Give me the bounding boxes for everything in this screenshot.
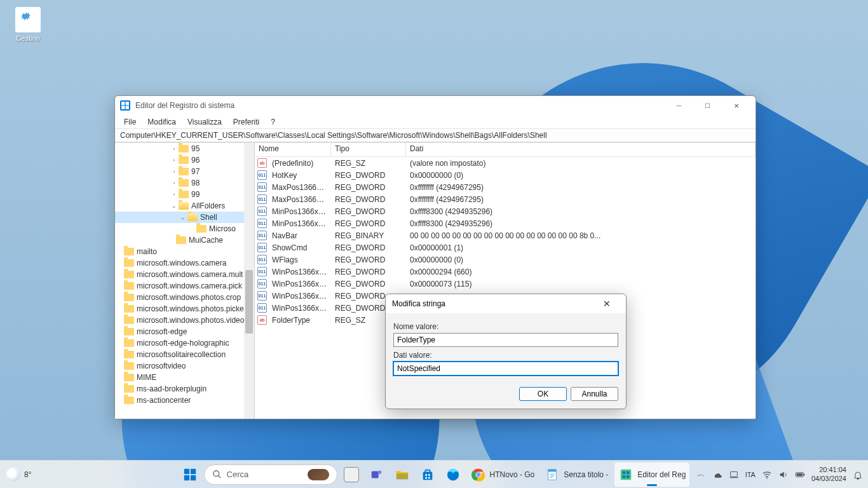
tree-item[interactable]: ›97 <box>115 166 254 177</box>
regedit-titlebar[interactable]: Editor del Registro di sistema ─ ☐ ✕ <box>115 96 756 115</box>
registry-value-row[interactable]: 011ShowCmdREG_DWORD0x00000001 (1) <box>255 241 756 254</box>
wifi-icon[interactable] <box>762 470 772 480</box>
regedit-label: Editor del Reg <box>637 470 686 479</box>
system-tray: ︿ ITA 20:41:04 04/03/2024 <box>696 461 863 488</box>
regedit-address-bar[interactable]: Computer\HKEY_CURRENT_USER\Software\Clas… <box>115 129 756 142</box>
registry-value-row[interactable]: 011MinPos1366x76...REG_DWORD0xffff8300 (… <box>255 217 756 229</box>
tree-item[interactable]: ›99 <box>115 189 254 200</box>
value-icon: 011 <box>257 243 267 252</box>
value-name: ShowCmd <box>268 243 331 252</box>
dialog-close-button[interactable]: ✕ <box>594 299 620 309</box>
menu-edit[interactable]: Modifica <box>142 116 181 128</box>
value-name: MinPos1366x76... <box>268 207 331 216</box>
onedrive-icon[interactable] <box>712 470 722 480</box>
taskbar-clock[interactable]: 20:41:04 04/03/2024 <box>811 466 846 482</box>
tree-item[interactable]: microsoft.windows.photos.video <box>115 315 254 326</box>
notifications-icon[interactable] <box>853 470 863 480</box>
menu-help[interactable]: ? <box>266 116 280 128</box>
taskbar-search[interactable]: Cerca <box>204 464 337 485</box>
regedit-tree-pane[interactable]: ›95›96›97›98›99⌄AllFolders⌄ShellMicrosoM… <box>115 143 255 419</box>
svg-rect-1 <box>191 468 196 473</box>
registry-value-row[interactable]: ab(Predefinito)REG_SZ(valore non imposta… <box>255 157 756 169</box>
value-type: REG_SZ <box>331 159 406 168</box>
tree-item[interactable]: microsoft-edge <box>115 326 254 337</box>
value-name-label: Nome valore: <box>393 322 618 331</box>
tray-chevron-icon[interactable]: ︿ <box>696 470 706 480</box>
tree-item[interactable]: ›96 <box>115 154 254 166</box>
folder-icon <box>179 191 189 198</box>
menu-view[interactable]: Visualizza <box>182 116 227 128</box>
tree-item[interactable]: microsoftvideo <box>115 360 254 372</box>
tree-item[interactable]: microsoft.windows.camera.mult <box>115 269 254 280</box>
tree-item[interactable]: microsoft.windows.camera <box>115 257 254 269</box>
taskbar-notepad[interactable]: Senza titolo - <box>541 463 612 487</box>
tree-item[interactable]: ⌄Shell <box>115 212 254 223</box>
registry-value-row[interactable]: 011WFlagsREG_DWORD0x00000000 (0) <box>255 254 756 266</box>
folder-icon <box>179 202 189 210</box>
tree-item[interactable]: microsoft.windows.camera.pick <box>115 280 254 292</box>
dialog-titlebar[interactable]: Modifica stringa ✕ <box>386 294 626 313</box>
registry-value-row[interactable]: 011WinPos1366x76...REG_DWORD0x00000073 (… <box>255 278 756 290</box>
tree-item[interactable]: microsoft.windows.photos.crop <box>115 292 254 303</box>
taskbar-chrome[interactable]: HTNovo - Go <box>467 463 539 487</box>
tree-item[interactable]: ›95 <box>115 143 254 154</box>
defender-icon[interactable] <box>729 470 739 480</box>
taskbar-teams[interactable] <box>365 463 388 487</box>
tree-item[interactable]: microsoftsolitairecollection <box>115 349 254 360</box>
maximize-button[interactable]: ☐ <box>693 96 722 115</box>
registry-value-row[interactable]: 011MaxPos1366x76...REG_DWORD0xffffffff (… <box>255 193 756 205</box>
value-name-input[interactable] <box>393 333 618 347</box>
tree-label: 97 <box>191 167 200 176</box>
folder-icon <box>124 351 134 358</box>
value-icon: 011 <box>257 194 267 204</box>
tree-item[interactable]: Microso <box>115 223 254 234</box>
close-button[interactable]: ✕ <box>722 96 750 115</box>
tree-item[interactable]: ms-actioncenter <box>115 395 254 406</box>
svg-line-5 <box>218 475 220 478</box>
tree-item[interactable]: ms-aad-brokerplugin <box>115 383 254 395</box>
taskbar-edge[interactable] <box>442 463 465 487</box>
value-icon: 011 <box>257 219 267 228</box>
value-data-input[interactable] <box>393 362 618 376</box>
minimize-button[interactable]: ─ <box>665 96 693 115</box>
registry-value-row[interactable]: 011WinPos1366x76...REG_DWORD0x00000294 (… <box>255 266 756 278</box>
taskbar-weather[interactable]: 8° <box>6 468 31 482</box>
tree-item[interactable]: microsoft-edge-holographic <box>115 337 254 349</box>
menu-favorites[interactable]: Preferiti <box>228 116 264 128</box>
tree-item[interactable]: ›98 <box>115 177 254 189</box>
tree-item[interactable]: microsoft.windows.photos.picke <box>115 303 254 315</box>
volume-icon[interactable] <box>778 470 789 480</box>
tree-scrollbar[interactable] <box>244 143 254 419</box>
value-name: MinPos1366x76... <box>268 219 331 228</box>
svg-rect-6 <box>371 471 378 478</box>
svg-rect-28 <box>627 475 630 478</box>
task-view-button[interactable] <box>340 463 363 487</box>
recycle-bin-desktop-icon[interactable]: Cestino <box>9 6 47 42</box>
value-name: MaxPos1366x76... <box>268 195 331 204</box>
value-data: 0x00000000 (0) <box>406 171 756 180</box>
menu-file[interactable]: File <box>119 116 141 128</box>
taskbar-store[interactable] <box>416 463 439 487</box>
registry-value-row[interactable]: 011MinPos1366x76...REG_DWORD0xffff8300 (… <box>255 205 756 217</box>
taskbar-explorer[interactable] <box>391 463 414 487</box>
svg-rect-20 <box>548 469 557 471</box>
registry-value-row[interactable]: 011HotKeyREG_DWORD0x00000000 (0) <box>255 169 756 181</box>
language-indicator[interactable]: ITA <box>745 471 756 478</box>
value-name: WinPos1366x76... <box>268 292 331 301</box>
folder-icon <box>179 168 189 175</box>
col-name[interactable]: Nome <box>255 143 331 156</box>
tree-item[interactable]: MuiCache <box>115 234 254 246</box>
folder-icon <box>176 236 186 244</box>
cancel-button[interactable]: Annulla <box>571 387 618 401</box>
registry-value-row[interactable]: 011MaxPos1366x76...REG_DWORD0xffffffff (… <box>255 181 756 193</box>
taskbar-regedit[interactable]: Editor del Reg <box>614 463 689 487</box>
battery-icon[interactable] <box>795 470 805 480</box>
col-type[interactable]: Tipo <box>331 143 406 156</box>
tree-item[interactable]: MIME <box>115 372 254 383</box>
tree-item[interactable]: ⌄AllFolders <box>115 200 254 212</box>
ok-button[interactable]: OK <box>519 387 567 401</box>
tree-item[interactable]: mailto <box>115 246 254 257</box>
registry-value-row[interactable]: 011NavBarREG_BINARY00 00 00 00 00 00 00 … <box>255 229 756 241</box>
col-data[interactable]: Dati <box>406 143 756 156</box>
start-button[interactable] <box>179 463 201 487</box>
